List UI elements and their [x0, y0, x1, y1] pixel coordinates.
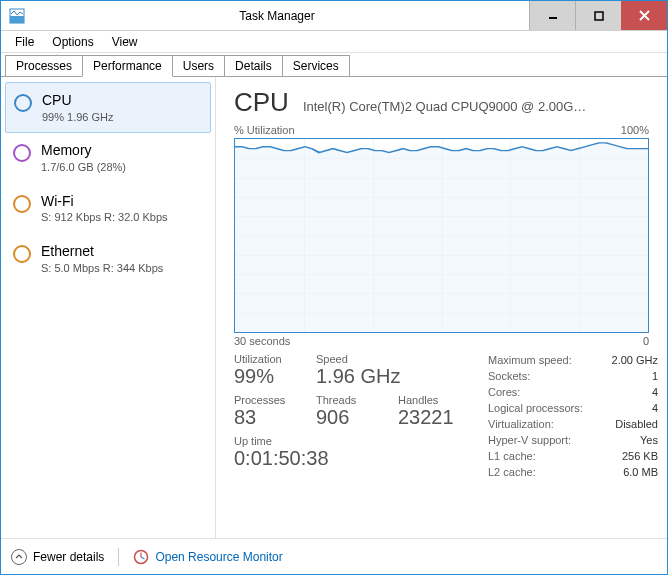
stat-value-processes: 83 — [234, 406, 294, 429]
chart-svg — [235, 139, 648, 332]
stat-label: Utilization — [234, 353, 294, 365]
stat-label: Threads — [316, 394, 376, 406]
utilization-chart[interactable] — [234, 138, 649, 333]
fewer-details-button[interactable]: Fewer details — [11, 549, 104, 565]
sidebar-label: Ethernet — [41, 243, 163, 260]
sidebar-label: Wi-Fi — [41, 193, 168, 210]
cpu-ring-icon — [14, 94, 32, 112]
content-area: CPU 99% 1.96 GHz Memory 1.7/6.0 GB (28%)… — [1, 77, 667, 538]
tab-details[interactable]: Details — [224, 55, 283, 76]
svg-line-9 — [141, 557, 145, 559]
cpu-details-table: Maximum speed:2.00 GHz Sockets:1 Cores:4… — [488, 353, 658, 481]
chart-label-top-left: % Utilization — [234, 124, 295, 136]
window-controls — [529, 1, 667, 30]
stat-value-utilization: 99% — [234, 365, 294, 388]
wifi-ring-icon — [13, 195, 31, 213]
open-resource-monitor-link[interactable]: Open Resource Monitor — [133, 549, 282, 565]
cpu-model: Intel(R) Core(TM)2 Quad CPUQ9000 @ 2.00G… — [303, 99, 649, 114]
perf-main: CPU Intel(R) Core(TM)2 Quad CPUQ9000 @ 2… — [216, 77, 667, 538]
window-title: Task Manager — [25, 9, 529, 23]
sidebar-item-cpu[interactable]: CPU 99% 1.96 GHz — [5, 82, 211, 133]
sidebar-item-wifi[interactable]: Wi-Fi S: 912 Kbps R: 32.0 Kbps — [1, 183, 215, 234]
app-icon — [9, 8, 25, 24]
titlebar[interactable]: Task Manager — [1, 1, 667, 31]
minimize-button[interactable] — [529, 1, 575, 30]
footer-divider — [118, 548, 119, 566]
minimize-icon — [548, 11, 558, 21]
maximize-button[interactable] — [575, 1, 621, 30]
memory-ring-icon — [13, 144, 31, 162]
chart-label-bottom-left: 30 seconds — [234, 335, 290, 347]
sidebar-item-ethernet[interactable]: Ethernet S: 5.0 Mbps R: 344 Kbps — [1, 233, 215, 284]
close-icon — [639, 10, 650, 21]
close-button[interactable] — [621, 1, 667, 30]
maximize-icon — [594, 11, 604, 21]
sidebar-sublabel: S: 5.0 Mbps R: 344 Kbps — [41, 262, 163, 274]
chart-label-bottom-right: 0 — [643, 335, 649, 347]
perf-sidebar: CPU 99% 1.96 GHz Memory 1.7/6.0 GB (28%)… — [1, 77, 216, 538]
sidebar-sublabel: 99% 1.96 GHz — [42, 111, 114, 123]
chart-label-top-right: 100% — [621, 124, 649, 136]
sidebar-item-memory[interactable]: Memory 1.7/6.0 GB (28%) — [1, 132, 215, 183]
sidebar-label: CPU — [42, 92, 114, 109]
resource-monitor-icon — [133, 549, 149, 565]
menubar: File Options View — [1, 31, 667, 53]
menu-file[interactable]: File — [7, 33, 42, 51]
tab-services[interactable]: Services — [282, 55, 350, 76]
stat-value-handles: 23221 — [398, 406, 458, 429]
menu-options[interactable]: Options — [44, 33, 101, 51]
tabstrip: Processes Performance Users Details Serv… — [1, 53, 667, 77]
stat-value-uptime: 0:01:50:38 — [234, 447, 458, 470]
menu-view[interactable]: View — [104, 33, 146, 51]
resource-heading: CPU — [234, 87, 289, 118]
tab-users[interactable]: Users — [172, 55, 225, 76]
svg-rect-3 — [595, 12, 603, 20]
tab-performance[interactable]: Performance — [82, 55, 173, 77]
footer: Fewer details Open Resource Monitor — [1, 538, 667, 574]
stat-label: Speed — [316, 353, 400, 365]
sidebar-sublabel: 1.7/6.0 GB (28%) — [41, 161, 126, 173]
chevron-up-icon — [11, 549, 27, 565]
svg-rect-1 — [10, 16, 24, 23]
stat-value-threads: 906 — [316, 406, 376, 429]
stat-value-speed: 1.96 GHz — [316, 365, 400, 388]
svg-marker-6 — [235, 143, 648, 332]
stat-label: Handles — [398, 394, 458, 406]
tab-processes[interactable]: Processes — [5, 55, 83, 76]
stat-label: Processes — [234, 394, 294, 406]
task-manager-window: Task Manager File Options View Processes… — [0, 0, 668, 575]
sidebar-sublabel: S: 912 Kbps R: 32.0 Kbps — [41, 211, 168, 223]
ethernet-ring-icon — [13, 245, 31, 263]
stat-label: Up time — [234, 435, 458, 447]
sidebar-label: Memory — [41, 142, 126, 159]
